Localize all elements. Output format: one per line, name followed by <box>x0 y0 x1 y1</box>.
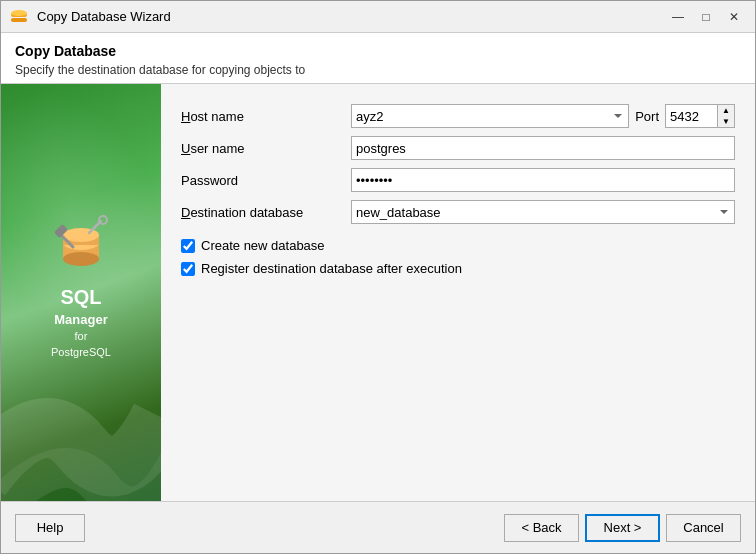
dest-select-wrap: new_database <box>351 200 735 224</box>
dest-select[interactable]: new_database <box>351 200 735 224</box>
host-label: Host name <box>181 109 341 124</box>
footer-left: Help <box>15 514 504 542</box>
app-icon <box>9 7 29 27</box>
port-spinner: ▲ ▼ <box>717 104 735 128</box>
password-label: Password <box>181 173 341 188</box>
port-input[interactable] <box>665 104 717 128</box>
username-input[interactable] <box>351 136 735 160</box>
maximize-button[interactable]: □ <box>693 7 719 27</box>
svg-point-3 <box>63 246 99 260</box>
main-panel: Host name ayz2 Port ▲ ▼ <box>161 84 755 501</box>
help-button[interactable]: Help <box>15 514 85 542</box>
next-button[interactable]: Next > <box>585 514 660 542</box>
page-subtitle: Specify the destination database for cop… <box>15 63 741 77</box>
form-grid: Host name ayz2 Port ▲ ▼ <box>181 104 735 224</box>
minimize-button[interactable]: — <box>665 7 691 27</box>
svg-line-9 <box>61 235 73 247</box>
header-area: Copy Database Specify the destination da… <box>1 33 755 84</box>
window-controls: — □ ✕ <box>665 7 747 27</box>
host-select[interactable]: ayz2 <box>351 104 629 128</box>
create-db-checkbox-row[interactable]: Create new database <box>181 238 735 253</box>
svg-point-8 <box>63 228 99 242</box>
port-down-button[interactable]: ▼ <box>718 116 734 127</box>
svg-point-6 <box>63 252 99 266</box>
svg-line-11 <box>89 221 101 233</box>
footer: Help < Back Next > Cancel <box>1 501 755 553</box>
dest-label: Destination database <box>181 205 341 220</box>
password-input[interactable] <box>351 168 735 192</box>
svg-rect-10 <box>54 224 68 238</box>
sidebar-decoration <box>1 293 161 502</box>
titlebar: Copy Database Wizard — □ ✕ <box>1 1 755 33</box>
port-input-wrap: ▲ ▼ <box>665 104 735 128</box>
register-db-label: Register destination database after exec… <box>201 261 462 276</box>
sidebar: SQL Manager for PostgreSQL <box>1 84 161 501</box>
svg-point-2 <box>11 10 27 16</box>
main-window: Copy Database Wizard — □ ✕ Copy Database… <box>0 0 756 554</box>
database-icon <box>51 215 111 275</box>
window-title: Copy Database Wizard <box>37 9 665 24</box>
username-label: User name <box>181 141 341 156</box>
footer-right: < Back Next > Cancel <box>504 514 741 542</box>
svg-rect-1 <box>11 18 27 22</box>
register-db-checkbox[interactable] <box>181 262 195 276</box>
close-button[interactable]: ✕ <box>721 7 747 27</box>
page-title: Copy Database <box>15 43 741 59</box>
create-db-checkbox[interactable] <box>181 239 195 253</box>
back-button[interactable]: < Back <box>504 514 579 542</box>
port-up-button[interactable]: ▲ <box>718 105 734 116</box>
register-db-checkbox-row[interactable]: Register destination database after exec… <box>181 261 735 276</box>
content-area: SQL Manager for PostgreSQL Host name ayz… <box>1 84 755 501</box>
svg-rect-4 <box>63 243 99 259</box>
svg-point-5 <box>63 236 99 250</box>
cancel-button[interactable]: Cancel <box>666 514 741 542</box>
svg-rect-7 <box>63 235 99 245</box>
port-label: Port <box>635 109 659 124</box>
checkboxes-area: Create new database Register destination… <box>181 238 735 276</box>
svg-point-12 <box>99 216 107 224</box>
create-db-label: Create new database <box>201 238 325 253</box>
host-row: ayz2 Port ▲ ▼ <box>351 104 735 128</box>
